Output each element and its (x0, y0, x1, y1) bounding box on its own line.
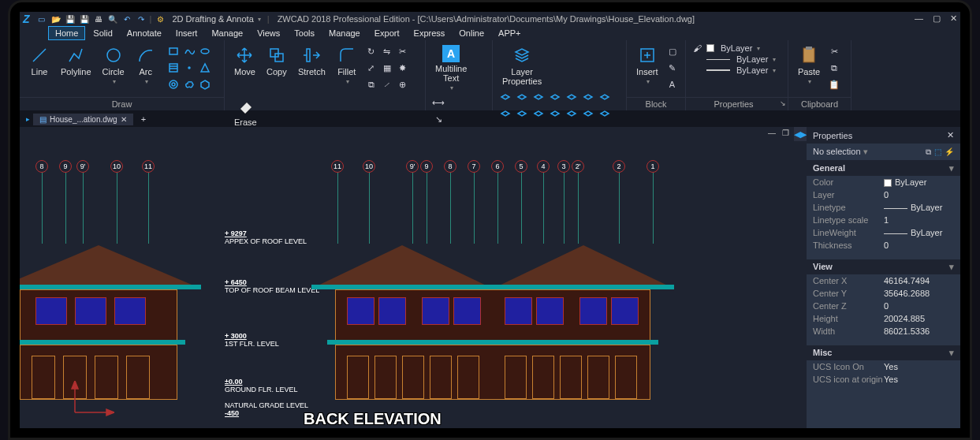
insert-button[interactable]: Insert▾ (632, 43, 663, 92)
layer-properties-button[interactable]: Layer Properties (497, 43, 546, 88)
tab-app[interactable]: APP+ (492, 27, 527, 39)
prop-color[interactable]: ColorByLayer (807, 176, 960, 188)
offset-icon[interactable]: ⧉ (364, 77, 378, 91)
hatch-icon[interactable] (166, 61, 181, 75)
layer-copy-icon[interactable] (598, 106, 612, 121)
create-block-icon[interactable]: ▢ (665, 44, 680, 58)
undo-icon[interactable]: ↶ (121, 13, 132, 24)
workspace-icon[interactable]: ⚙ (155, 13, 166, 24)
close-button[interactable]: ✕ (950, 13, 957, 24)
layer-thaw-icon[interactable] (531, 106, 546, 121)
trim-icon[interactable]: ✂ (396, 44, 410, 58)
prop-layer[interactable]: Layer0 (807, 188, 960, 201)
attr-icon[interactable]: A (665, 77, 680, 91)
preview-icon[interactable]: 🔍 (107, 13, 118, 24)
scale-icon[interactable]: ⤢ (364, 61, 378, 75)
group-misc[interactable]: Misc▾ (807, 345, 960, 360)
tab-export[interactable]: Export (368, 27, 406, 39)
leader-icon[interactable]: ↘ (431, 112, 445, 126)
point-icon[interactable] (182, 61, 196, 75)
color-dropdown[interactable]: 🖌ByLayer▾ (691, 43, 776, 53)
print-icon[interactable]: 🖶 (93, 13, 104, 24)
quickselect-icon[interactable]: ⚡ (945, 147, 954, 157)
pickadd-icon[interactable]: ⧉ (926, 147, 931, 157)
copy-clip-icon[interactable]: ⧉ (827, 61, 841, 75)
layer-unlock-icon[interactable] (548, 90, 562, 104)
prop-ucs-icon-origin[interactable]: UCS icon at originYes (807, 373, 960, 386)
stretch-button[interactable]: Stretch (293, 43, 330, 92)
copy-button[interactable]: Copy (262, 43, 292, 92)
tab-online[interactable]: Online (453, 27, 490, 39)
group-view[interactable]: View▾ (807, 259, 960, 274)
prop-height[interactable]: Height20024.885 (807, 312, 960, 325)
tab-home[interactable]: Home (48, 26, 85, 40)
paste-button[interactable]: Paste▾ (793, 43, 825, 92)
fillet-button[interactable]: Fillet▾ (332, 43, 362, 92)
prop-linetype-scale[interactable]: Linetype scale1 (807, 214, 960, 226)
ribbon-tabs[interactable]: Home Solid Annotate Insert Manage Views … (20, 26, 960, 40)
arc-button[interactable]: Arc▾ (131, 43, 161, 92)
group-general[interactable]: General▾ (807, 161, 960, 176)
line-button[interactable]: Line (24, 43, 54, 92)
rectangle-icon[interactable] (166, 44, 181, 58)
tab-manage2[interactable]: Manage (322, 27, 367, 39)
layer-delete-icon[interactable] (581, 106, 595, 121)
tab-views[interactable]: Views (251, 27, 286, 39)
match-properties-icon[interactable]: 🖌 (691, 43, 703, 53)
prop-lineweight[interactable]: LineWeightByLayer (807, 226, 960, 239)
layer-walk-icon[interactable] (565, 106, 579, 121)
tab-tools[interactable]: Tools (288, 27, 321, 39)
circle-button[interactable]: Circle▾ (98, 43, 129, 92)
layer-freeze-icon[interactable] (515, 90, 529, 104)
new-tab-button[interactable]: + (136, 113, 151, 125)
tab-annotate[interactable]: Annotate (121, 27, 168, 39)
layer-match-icon[interactable] (548, 106, 562, 121)
prop-center-z[interactable]: Center Z0 (807, 300, 960, 312)
polygon-icon[interactable] (198, 77, 212, 91)
workspace-dropdown[interactable]: 2D Drafting & Annota ▾ (169, 14, 263, 24)
prop-ucs-icon-on[interactable]: UCS Icon OnYes (807, 360, 960, 373)
selection-dropdown[interactable]: No selection ▾ (813, 147, 868, 157)
prop-linetype[interactable]: LinetypeByLayer (807, 201, 960, 214)
layer-prev-icon[interactable] (565, 90, 579, 104)
mirror-icon[interactable]: ⇋ (380, 44, 394, 58)
move-button[interactable]: Move (229, 43, 260, 92)
doc-restore-button[interactable]: ❐ (782, 129, 789, 137)
layer-on-icon[interactable] (531, 90, 546, 104)
doc-minimize-button[interactable]: — (768, 129, 776, 137)
explode-icon[interactable]: ✸ (396, 61, 410, 75)
layer-lock-icon[interactable] (515, 106, 529, 121)
minimize-button[interactable]: — (915, 13, 923, 24)
maximize-button[interactable]: ▢ (933, 13, 941, 24)
tab-chevron-icon[interactable]: ▸ (26, 115, 30, 123)
tab-express[interactable]: Express (408, 27, 452, 39)
saveas-icon[interactable]: 💾 (79, 13, 90, 24)
prop-thickness[interactable]: Thickness0 (807, 239, 960, 252)
save-icon[interactable]: 💾 (65, 13, 76, 24)
layer-state-icon[interactable] (581, 90, 595, 104)
region-icon[interactable] (198, 61, 212, 75)
linetype-dropdown[interactable]: ByLayer▾ (691, 54, 776, 64)
break-icon[interactable]: ⟋ (380, 77, 394, 91)
tab-solid[interactable]: Solid (87, 27, 118, 39)
drawing-canvas[interactable]: — ❐ ✕ 8 9 9' 10 11 11 10 9' 9 8 7 6 5 4 … (20, 127, 807, 428)
edit-block-icon[interactable]: ✎ (665, 61, 680, 75)
paste-special-icon[interactable]: 📋 (827, 77, 841, 91)
mtext-button[interactable]: AMultiline Text▾ (430, 43, 471, 93)
redo-icon[interactable]: ↷ (136, 13, 147, 24)
open-icon[interactable]: 📂 (50, 13, 61, 24)
layer-off-icon[interactable] (498, 106, 512, 121)
panel-toggle-icon[interactable]: ◀▶ (794, 127, 807, 141)
quick-access-toolbar[interactable]: Z ▭ 📂 💾 💾 🖶 🔍 ↶ ↷ | ⚙ 2D Drafting & Anno… (20, 12, 960, 26)
array-icon[interactable]: ▦ (380, 61, 394, 75)
prop-center-x[interactable]: Center X46164.7494 (807, 274, 960, 287)
donut-icon[interactable] (166, 77, 181, 91)
close-panel-icon[interactable]: ✕ (947, 130, 954, 140)
revcloud-icon[interactable] (182, 77, 196, 91)
cut-icon[interactable]: ✂ (827, 44, 841, 58)
polyline-button[interactable]: Polyline (56, 43, 96, 92)
lineweight-dropdown[interactable]: ByLayer▾ (691, 65, 776, 75)
select-objects-icon[interactable]: ⬚ (934, 147, 941, 157)
new-icon[interactable]: ▭ (36, 13, 47, 24)
spline-icon[interactable] (182, 44, 196, 58)
